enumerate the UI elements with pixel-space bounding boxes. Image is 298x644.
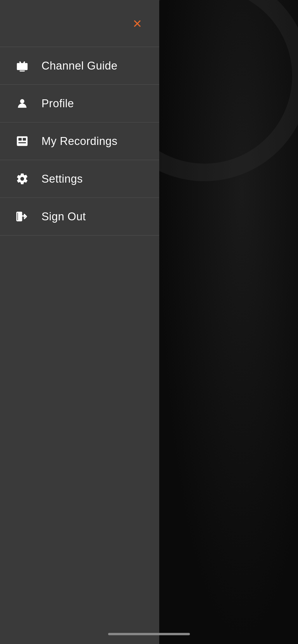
settings-icon [15,171,30,186]
decorative-lines [158,0,298,205]
svg-rect-8 [23,138,26,141]
svg-rect-9 [18,142,26,143]
background-right: ne.tv ESPN 2 [158,0,298,644]
profile-icon [15,96,30,111]
profile-label: Profile [41,97,74,110]
scroll-indicator [108,633,190,635]
sidebar-item-channel-guide[interactable]: Channel Guide [0,47,159,85]
svg-point-10 [21,144,23,146]
sidebar-menu: × Channel Guide [0,0,159,644]
sidebar-item-my-recordings[interactable]: My Recordings [0,122,159,160]
settings-label: Settings [41,173,83,185]
svg-rect-0 [17,63,28,70]
sidebar-item-sign-out[interactable]: Sign Out [0,198,159,236]
menu-list: Channel Guide Profile [0,47,159,236]
close-button[interactable]: × [130,13,145,34]
sidebar-item-settings[interactable]: Settings [0,160,159,198]
svg-rect-7 [18,138,22,141]
signout-icon [15,209,30,224]
channel-guide-label: Channel Guide [41,60,117,72]
my-recordings-label: My Recordings [41,135,117,148]
recordings-icon [15,134,30,149]
sidebar-item-profile[interactable]: Profile [0,85,159,122]
svg-point-5 [20,99,25,103]
sign-out-label: Sign Out [41,210,86,223]
close-area: × [0,0,159,47]
tv-icon [15,58,30,73]
